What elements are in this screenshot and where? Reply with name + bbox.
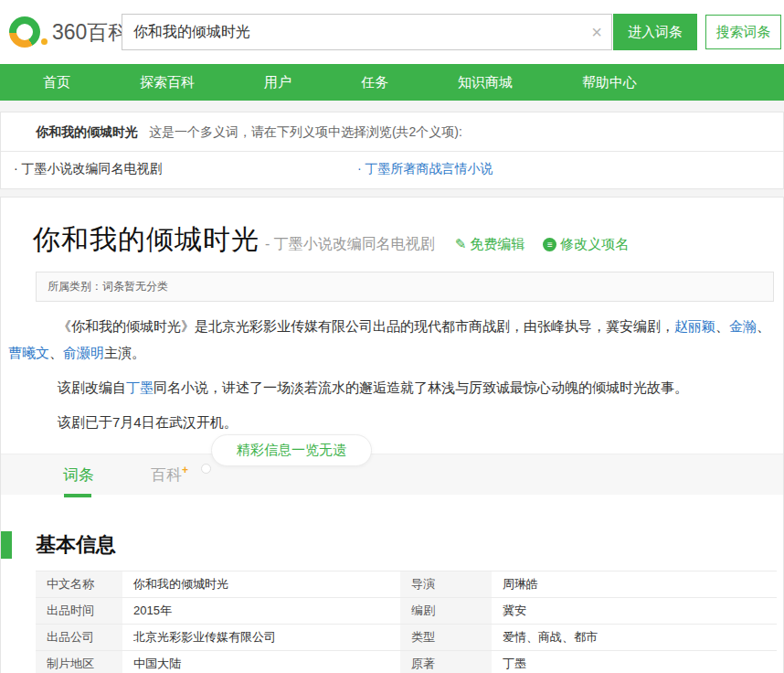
info-value: 中国大陆 — [122, 651, 400, 673]
table-row: 原著丁墨 — [400, 651, 777, 673]
table-row: 编剧冀安 — [400, 598, 777, 625]
disambiguation-item-0: · 丁墨小说改编同名电视剧 — [14, 161, 357, 177]
text-segment: 、 — [757, 318, 770, 334]
inline-link[interactable]: 俞灏明 — [63, 345, 104, 360]
tab-strip: 词条 百科+ 精彩信息一览无遗 — [1, 454, 783, 495]
text-segment: 《你和我的倾城时光》是北京光彩影业传媒有限公司出品的现代都市商战剧，由张峰执导，… — [58, 318, 674, 334]
text-segment: 同名小说，讲述了一场淡若流水的邂逅造就了林浅与厉致诚最惊心动魄的倾城时光故事。 — [154, 379, 688, 395]
clear-search-icon[interactable]: × — [591, 23, 602, 41]
info-label: 类型 — [400, 625, 492, 650]
info-label: 出品时间 — [36, 598, 122, 624]
table-row: 出品公司北京光彩影业传媒有限公司 — [36, 625, 400, 651]
promo-bubble: 精彩信息一览无遗 — [211, 434, 372, 466]
disambiguation-item-1[interactable]: · 丁墨所著商战言情小说 — [357, 161, 493, 177]
table-row: 中文名称你和我的倾城时光 — [36, 572, 400, 598]
basic-info-title: 基本信息 — [36, 531, 116, 559]
basic-info-table: 中文名称你和我的倾城时光出品时间2015年出品公司北京光彩影业传媒有限公司制片地… — [36, 571, 777, 673]
text-segment: 该剧改编自 — [58, 379, 126, 395]
search-entry-button[interactable]: 搜索词条 — [705, 15, 781, 49]
basic-info-header: 基本信息 — [1, 531, 783, 559]
info-value[interactable]: 北京光彩影业传媒有限公司 — [122, 625, 400, 650]
summary-paragraph: 该剧改编自丁墨同名小说，讲述了一场淡若流水的邂逅造就了林浅与厉致诚最惊心动魄的倾… — [8, 374, 776, 401]
nav-item-5[interactable]: 帮助中心 — [582, 74, 637, 91]
category-bar: 所属类别：词条暂无分类 — [36, 272, 774, 302]
table-row: 制片地区中国大陆 — [36, 651, 400, 673]
inline-link[interactable]: 赵丽颖 — [674, 318, 715, 334]
nav-item-3[interactable]: 任务 — [361, 74, 388, 91]
info-value[interactable]: 周琳皓 — [492, 572, 777, 597]
nav-item-2[interactable]: 用户 — [264, 74, 291, 91]
info-table-right: 导演周琳皓编剧冀安类型爱情、商战、都市原著丁墨 — [400, 572, 777, 673]
logo-360-icon — [9, 16, 40, 48]
search-input-value: 你和我的倾城时光 — [133, 23, 250, 42]
rename-meaning-label: 修改义项名 — [560, 236, 629, 253]
free-edit-link[interactable]: ✎ 免费编辑 — [455, 236, 525, 253]
site-logo[interactable]: 360百科 — [9, 16, 120, 48]
disambiguation-box: 你和我的倾城时光 这是一个多义词，请在下列义项中选择浏览(共2个义项): · 丁… — [0, 112, 784, 189]
article-title-row: 你和我的倾城时光 - 丁墨小说改编同名电视剧 ✎ 免费编辑 ≡ 修改义项名 — [1, 198, 783, 259]
section-accent-bar — [1, 531, 12, 559]
nav: 首页探索百科用户任务知识商城帮助中心 — [0, 64, 784, 101]
nav-item-1[interactable]: 探索百科 — [140, 74, 195, 91]
info-value[interactable]: 丁墨 — [492, 651, 777, 673]
inline-link[interactable]: 丁墨 — [126, 379, 154, 395]
page-title: 你和我的倾城时光 — [33, 221, 260, 259]
disambiguation-note: 这是一个多义词，请在下列义项中选择浏览(共2个义项): — [149, 124, 462, 139]
article-summary: 《你和我的倾城时光》是北京光彩影业传媒有限公司出品的现代都市商战剧，由张峰执导，… — [8, 313, 776, 435]
info-value: 冀安 — [492, 598, 777, 624]
info-label: 制片地区 — [36, 651, 122, 673]
info-table-left: 中文名称你和我的倾城时光出品时间2015年出品公司北京光彩影业传媒有限公司制片地… — [36, 572, 400, 673]
info-label: 原著 — [400, 651, 492, 673]
nav-item-0[interactable]: 首页 — [43, 74, 70, 91]
nav-item-4[interactable]: 知识商城 — [458, 74, 513, 91]
enter-entry-button[interactable]: 进入词条 — [613, 14, 697, 50]
table-row: 导演周琳皓 — [400, 572, 777, 598]
info-value: 2015年 — [122, 598, 400, 624]
info-label: 导演 — [400, 572, 492, 597]
info-value: 你和我的倾城时光 — [122, 572, 400, 597]
page-subtitle: - 丁墨小说改编同名电视剧 — [265, 235, 435, 254]
info-value: 爱情、商战、都市 — [492, 625, 777, 650]
edit-badge-icon: ≡ — [543, 238, 556, 251]
text-segment: 、 — [49, 345, 63, 360]
free-edit-label: 免费编辑 — [470, 236, 524, 253]
logo-text: 360百科 — [52, 18, 129, 47]
disambiguation-items: · 丁墨小说改编同名电视剧· 丁墨所著商战言情小说 — [1, 152, 783, 188]
search-input[interactable]: 你和我的倾城时光 × — [122, 14, 612, 50]
disambiguation-head: 你和我的倾城时光 这是一个多义词，请在下列义项中选择浏览(共2个义项): — [1, 112, 783, 151]
article-box: 你和我的倾城时光 - 丁墨小说改编同名电视剧 ✎ 免费编辑 ≡ 修改义项名 所属… — [0, 197, 784, 673]
text-segment: 主演。 — [104, 345, 145, 360]
top-header: 360百科 你和我的倾城时光 × 进入词条 搜索词条 — [0, 0, 784, 64]
table-row: 类型爱情、商战、都市 — [400, 625, 777, 651]
text-segment: 该剧已于7月4日在武汉开机。 — [58, 414, 238, 430]
table-row: 出品时间2015年 — [36, 598, 400, 625]
rename-meaning-link[interactable]: ≡ 修改义项名 — [543, 236, 629, 253]
text-segment: 、 — [715, 318, 729, 334]
info-label: 中文名称 — [36, 572, 122, 597]
tab-entry[interactable]: 词条 — [63, 465, 94, 486]
info-label: 编剧 — [400, 598, 492, 624]
inline-link[interactable]: 金瀚 — [729, 318, 757, 334]
inline-link[interactable]: 曹曦文 — [8, 345, 49, 360]
pencil-icon: ✎ — [455, 236, 467, 252]
info-label: 出品公司 — [36, 625, 122, 650]
plus-badge: + — [182, 464, 188, 476]
disambiguation-term: 你和我的倾城时光 — [36, 124, 138, 139]
summary-paragraph: 该剧已于7月4日在武汉开机。 — [8, 409, 776, 435]
tab-baike[interactable]: 百科+ — [151, 464, 188, 486]
logo-dot-icon — [41, 38, 48, 45]
summary-paragraph: 《你和我的倾城时光》是北京光彩影业传媒有限公司出品的现代都市商战剧，由张峰执导，… — [8, 313, 776, 366]
bubble-tail-circle-icon — [201, 464, 211, 474]
